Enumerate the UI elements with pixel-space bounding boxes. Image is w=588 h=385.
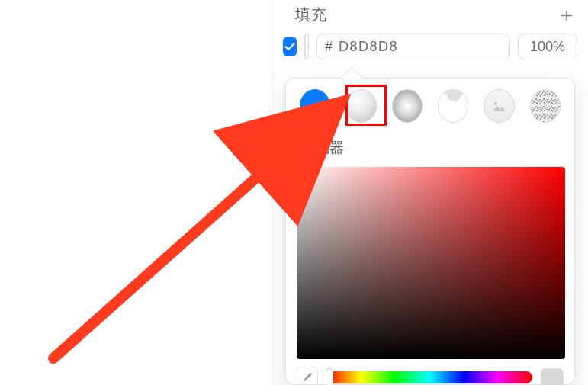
svg-point-0: [308, 41, 309, 51]
fill-enabled-checkbox[interactable]: [283, 37, 297, 56]
hue-handle[interactable]: [326, 368, 333, 385]
mode-image-button[interactable]: [484, 89, 514, 123]
mode-radial-button[interactable]: [392, 89, 423, 123]
disclosure-triangle-icon: ▼: [300, 142, 310, 154]
mode-solid-button[interactable]: [300, 89, 330, 123]
check-icon: [283, 40, 297, 53]
svg-point-2: [494, 102, 497, 105]
hue-slider[interactable]: [326, 371, 533, 384]
fill-section-header: 填充 ＋: [272, 0, 588, 30]
fill-section-title: 填充: [295, 5, 327, 25]
saturation-handle[interactable]: [294, 199, 304, 210]
fill-mode-row: [286, 79, 574, 129]
saturation-field[interactable]: [297, 167, 565, 359]
color-popover: ▼ 色器: [285, 78, 575, 385]
inspector-panel: 填充 ＋: [272, 0, 588, 385]
mode-angular-button[interactable]: [438, 89, 468, 123]
hue-slider-row: [286, 359, 574, 385]
current-color-well[interactable]: [541, 368, 564, 385]
image-icon: [490, 97, 508, 115]
fill-hex-input[interactable]: [316, 34, 510, 59]
droplet-slash-icon: [306, 39, 309, 54]
mode-noise-button[interactable]: [530, 89, 561, 123]
picker-header[interactable]: ▼ 色器: [286, 129, 574, 162]
fill-swatch-group: [304, 34, 309, 59]
mode-linear-button[interactable]: [345, 89, 376, 123]
picker-header-label: 色器: [315, 138, 344, 158]
eyedropper-icon: [301, 371, 313, 383]
fill-type-icon[interactable]: [306, 34, 309, 59]
fill-row: [272, 30, 588, 67]
eyedropper-button[interactable]: [297, 367, 318, 385]
fill-opacity-input[interactable]: [518, 34, 577, 59]
add-fill-button[interactable]: ＋: [559, 7, 574, 22]
